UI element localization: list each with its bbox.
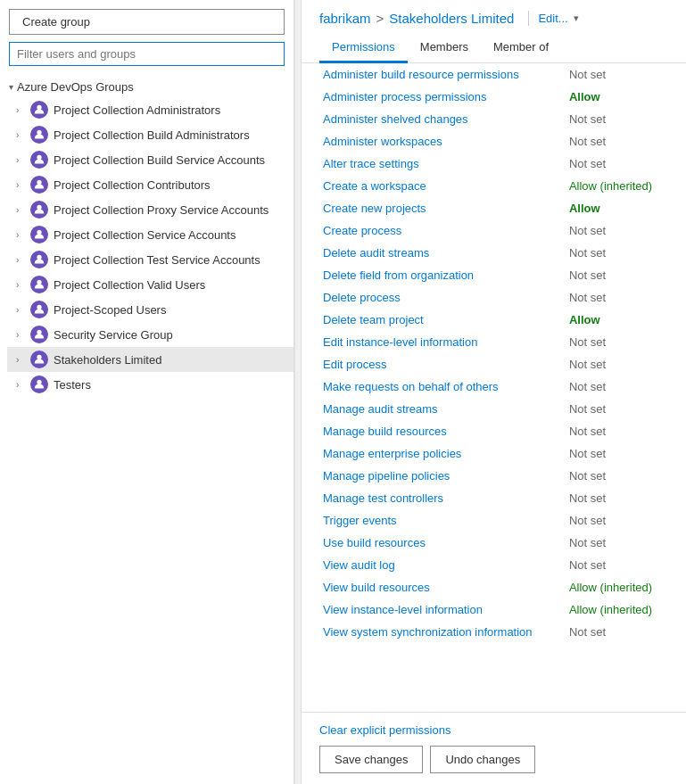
permission-name[interactable]: Administer process permissions [319,86,566,108]
permission-name[interactable]: Delete audit streams [319,242,566,264]
tree-item[interactable]: › Security Service Group [7,322,293,347]
permission-value[interactable]: Not set [566,63,668,86]
permission-value[interactable]: Allow [566,309,668,331]
permission-name[interactable]: View instance-level information [319,598,566,621]
permission-name[interactable]: Trigger events [319,509,566,532]
tree-container: ▾ Azure DevOps Groups › Project Collecti… [0,73,293,784]
permission-name[interactable]: Use build resources [319,532,566,554]
permission-name[interactable]: Manage enterprise policies [319,442,566,465]
permission-name[interactable]: View audit log [319,554,566,576]
permission-name[interactable]: Administer build resource permissions [319,63,566,86]
permission-value[interactable]: Not set [566,219,668,242]
permission-value[interactable]: Not set [566,621,668,643]
clear-permissions-link[interactable]: Clear explicit permissions [319,723,450,737]
edit-link[interactable]: Edit... [538,12,567,25]
tree-item[interactable]: › Project Collection Administrators [7,97,293,122]
permission-value[interactable]: Not set [566,375,668,398]
permission-value[interactable]: Not set [566,554,668,576]
permission-value[interactable]: Not set [566,353,668,375]
edit-dropdown-button[interactable]: ▾ [572,11,581,26]
item-chevron-icon: › [16,230,25,240]
permission-value[interactable]: Allow (inherited) [566,598,668,621]
breadcrumb-group[interactable]: Stakeholders Limited [389,11,514,26]
right-panel: fabrikam > Stakeholders Limited Edit... … [302,0,686,784]
breadcrumb-separator: > [376,11,384,26]
undo-changes-button[interactable]: Undo changes [430,746,535,773]
tab-permissions[interactable]: Permissions [319,35,408,63]
permission-name[interactable]: Manage pipeline policies [319,465,566,487]
group-icon [30,276,48,293]
permission-value[interactable]: Allow [566,197,668,219]
permission-name[interactable]: Create new projects [319,197,566,219]
tree-item-label: Project Collection Build Service Account… [54,153,265,167]
permission-name[interactable]: Manage test controllers [319,487,566,509]
panel-divider[interactable] [294,0,302,784]
permission-value[interactable]: Not set [566,442,668,465]
permission-name[interactable]: Edit instance-level information [319,331,566,353]
group-icon [30,201,48,219]
tree-item[interactable]: › Project Collection Test Service Accoun… [7,247,293,272]
save-changes-button[interactable]: Save changes [319,746,423,773]
permission-name[interactable]: Administer shelved changes [319,108,566,130]
group-icon [30,151,48,169]
permission-value[interactable]: Not set [566,532,668,554]
permission-value[interactable]: Not set [566,420,668,442]
tree-item[interactable]: › Project-Scoped Users [7,297,293,322]
tree-item[interactable]: › Project Collection Contributors [7,172,293,197]
tree-item-label: Project Collection Valid Users [54,278,205,292]
tree-item[interactable]: › Project Collection Valid Users [7,272,293,297]
permission-value[interactable]: Not set [566,487,668,509]
permission-name[interactable]: View build resources [319,576,566,598]
tree-item[interactable]: › Testers [7,372,293,397]
permission-value[interactable]: Allow [566,86,668,108]
tree-section-header[interactable]: ▾ Azure DevOps Groups [0,77,293,97]
tree-item[interactable]: › Stakeholders Limited [7,347,293,372]
permission-name[interactable]: Manage audit streams [319,398,566,420]
permission-value[interactable]: Not set [566,286,668,309]
permission-value[interactable]: Not set [566,264,668,286]
tab-member_of[interactable]: Member of [481,35,561,63]
tree-item-label: Project-Scoped Users [54,303,166,317]
breadcrumb-edit-area: Edit... ▾ [528,11,580,26]
permission-row: Delete process Not set [319,286,668,309]
permission-name[interactable]: Administer workspaces [319,130,566,153]
permission-name[interactable]: Create process [319,219,566,242]
item-chevron-icon: › [16,380,25,390]
permission-row: Create new projects Allow [319,197,668,219]
permission-name[interactable]: Delete process [319,286,566,309]
permission-name[interactable]: Delete field from organization [319,264,566,286]
permission-value[interactable]: Not set [566,242,668,264]
section-chevron-icon: ▾ [9,82,13,92]
filter-input[interactable] [9,42,285,66]
permission-name[interactable]: Edit process [319,353,566,375]
permission-value[interactable]: Allow (inherited) [566,175,668,197]
group-icon [30,101,48,119]
permission-name[interactable]: Delete team project [319,309,566,331]
permission-name[interactable]: Create a workspace [319,175,566,197]
permission-name[interactable]: Manage build resources [319,420,566,442]
item-chevron-icon: › [16,305,25,315]
breadcrumb-org[interactable]: fabrikam [319,11,371,26]
tree-item-label: Project Collection Administrators [54,103,220,117]
tree-item[interactable]: › Project Collection Build Administrator… [7,122,293,147]
permission-row: Manage test controllers Not set [319,487,668,509]
tree-item[interactable]: › Project Collection Proxy Service Accou… [7,197,293,222]
permission-value[interactable]: Not set [566,465,668,487]
permission-value[interactable]: Not set [566,130,668,153]
permission-value[interactable]: Not set [566,108,668,130]
permission-value[interactable]: Not set [566,398,668,420]
permission-value[interactable]: Allow (inherited) [566,576,668,598]
permission-name[interactable]: Alter trace settings [319,153,566,175]
tab-members[interactable]: Members [408,35,481,63]
permission-value[interactable]: Not set [566,509,668,532]
permission-row: Create a workspace Allow (inherited) [319,175,668,197]
tree-item[interactable]: › Project Collection Build Service Accou… [7,147,293,172]
create-group-button[interactable]: Create group [9,9,285,35]
permission-value[interactable]: Not set [566,331,668,353]
permission-name[interactable]: View system synchronization information [319,621,566,643]
group-icon [30,351,48,368]
tree-item[interactable]: › Project Collection Service Accounts [7,222,293,247]
permission-name[interactable]: Make requests on behalf of others [319,375,566,398]
permission-value[interactable]: Not set [566,153,668,175]
item-chevron-icon: › [16,280,25,290]
